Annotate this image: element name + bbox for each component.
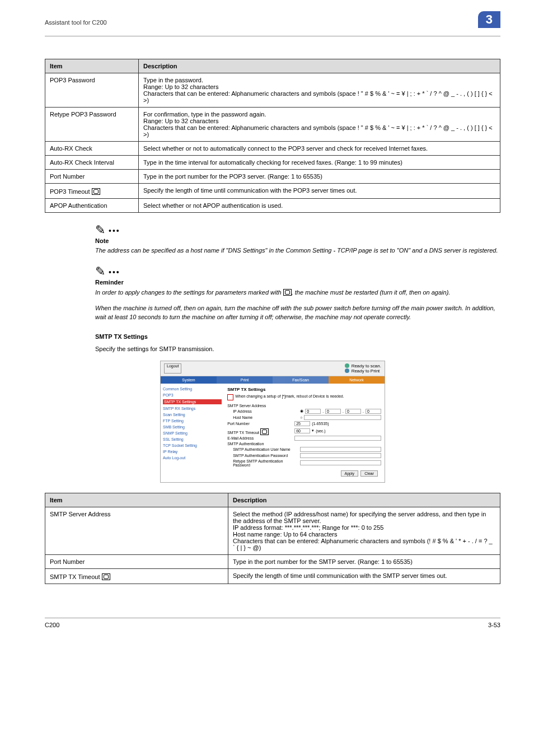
- note-dots: •••: [109, 226, 120, 235]
- table2-header-desc: Description: [228, 493, 500, 507]
- nav-smtp-rx: SMTP RX Settings: [163, 407, 222, 410]
- restart-icon: [102, 573, 110, 580]
- nav-common: Common Setting: [163, 387, 222, 391]
- restart-icon: [260, 428, 269, 435]
- nav-smtp-tx: SMTP TX Settings: [163, 399, 222, 404]
- table-row: Specify the length of time until communi…: [139, 184, 500, 199]
- table-row: For confirmation, type in the password a…: [139, 108, 500, 142]
- embedded-screenshot: Logout Ready to scan. Ready to Print Sys…: [160, 361, 385, 483]
- note-block: ✎ ••• Note The address can be specified …: [95, 224, 500, 255]
- nav-smb: SMB Setting: [163, 425, 222, 429]
- table-row: Port Number: [45, 170, 139, 184]
- warn-icon: [227, 394, 233, 400]
- timeout-field: [294, 428, 310, 433]
- screenshot-tabs: System Print Fax/Scan Network: [161, 376, 385, 384]
- header-title: Assistant tool for C200: [45, 17, 107, 26]
- ss-title: SMTP TX Settings: [227, 387, 381, 392]
- footer-right: 3-53: [488, 622, 500, 628]
- table-row: Auto-RX Check: [45, 142, 139, 156]
- header-chapter-badge: 3: [478, 11, 500, 28]
- row-host: Host Name: [227, 416, 300, 419]
- table-row: Type in the password. Range: Up to 32 ch…: [139, 73, 500, 108]
- table-row: SMTP TX Timeout: [45, 568, 228, 584]
- row-auth-pass: SMTP Authentication Password: [227, 454, 300, 458]
- apply-button: Apply: [341, 470, 359, 477]
- nav-ftp: FTP Setting: [163, 419, 222, 423]
- reminder-body-1: In order to apply changes to the setting…: [95, 288, 500, 297]
- reminder-body-2: When the machine is turned off, then on …: [95, 304, 500, 322]
- row-auth-user: SMTP Authentication User Name: [227, 447, 300, 451]
- nav-pop3: POP3: [163, 393, 222, 397]
- row-timeout: SMTP TX Timeout: [227, 431, 259, 435]
- ip-octet-3: [345, 409, 361, 414]
- row-server: SMTP Server Address: [227, 404, 294, 408]
- tab-fax: Fax/Scan: [273, 376, 329, 384]
- row-auth: SMTP Authentication: [227, 442, 294, 446]
- auth-repass-field: [300, 460, 381, 465]
- table-row: POP3 Password: [45, 73, 139, 108]
- auth-user-field: [300, 447, 381, 452]
- settings-table-1: Item Description POP3 PasswordType in th…: [45, 59, 500, 213]
- nav-tcp: TCP Socket Setting: [163, 444, 222, 447]
- tab-network: Network: [329, 376, 385, 384]
- table-row: APOP Authentication: [45, 199, 139, 213]
- auth-pass-field: [300, 453, 381, 458]
- ss-warning: When changing a setup of [*]mark, reboot…: [235, 394, 344, 400]
- footer-left: C200: [45, 622, 59, 628]
- nav-scan: Scan Setting: [163, 413, 222, 417]
- table2-header-item: Item: [45, 493, 228, 507]
- tab-print: Print: [217, 376, 273, 384]
- tab-system: System: [161, 376, 217, 384]
- nav-snmp: SNMP Setting: [163, 431, 222, 435]
- restart-icon: [283, 289, 292, 296]
- ip-octet-1: [305, 409, 321, 414]
- table-row: Select whether or not APOP authenticatio…: [139, 199, 500, 213]
- smtp-tx-paragraph: Specify the settings for SMTP transmissi…: [95, 346, 500, 352]
- note-icon: ✎: [95, 224, 105, 236]
- ip-octet-4: [366, 409, 381, 414]
- table-row: Type in the port number for the SMTP ser…: [228, 554, 500, 568]
- clear-button: Clear: [360, 470, 378, 477]
- table1-header-desc: Description: [139, 59, 500, 73]
- nav-relay: IP Relay: [163, 450, 222, 454]
- reminder-heading: Reminder: [95, 279, 500, 286]
- logout-button: Logout: [164, 363, 181, 374]
- table-row: Port Number: [45, 554, 228, 568]
- table1-header-item: Item: [45, 59, 139, 73]
- table-row: Auto-RX Check Interval: [45, 156, 139, 170]
- host-field: [304, 415, 381, 420]
- restart-icon: [92, 188, 100, 195]
- reminder-icon: ✎: [95, 265, 105, 278]
- table-row: Type in the time interval for automatica…: [139, 156, 500, 170]
- table-row: SMTP Server Address: [45, 507, 228, 554]
- row-auth-repass: Retype SMTP Authentication Password: [227, 459, 300, 467]
- note-heading: Note: [95, 237, 500, 244]
- table-row: Type in the port number for the POP3 ser…: [139, 170, 500, 184]
- table-row: POP3 Timeout: [45, 184, 139, 199]
- nav-ssl: SSL Setting: [163, 437, 222, 441]
- ip-octet-2: [325, 409, 341, 414]
- note-body: The address can be specified as a host n…: [95, 246, 500, 255]
- screenshot-sidebar: Common Setting POP3 SMTP TX Settings SMT…: [161, 384, 224, 482]
- smtp-tx-heading: SMTP TX Settings: [95, 333, 500, 340]
- row-email: E-Mail Address: [227, 436, 294, 440]
- table-row: Select whether or not to automatically c…: [139, 142, 500, 156]
- page-footer: C200 3-53: [45, 618, 500, 628]
- email-field: [294, 436, 381, 441]
- page-header: Assistant tool for C200 3: [45, 17, 500, 36]
- reminder-block: ✎ ••• Reminder In order to apply changes…: [95, 265, 500, 322]
- reminder-dots: •••: [109, 268, 120, 277]
- port-field: [294, 421, 310, 426]
- table-row: Specify the length of time until communi…: [228, 568, 500, 584]
- table-row: Retype POP3 Password: [45, 108, 139, 142]
- row-port: Port Number: [227, 422, 294, 426]
- screenshot-main: SMTP TX Settings When changing a setup o…: [224, 384, 385, 482]
- row-ip: IP Address: [227, 409, 300, 413]
- status-ready: Ready to scan. Ready to Print: [345, 363, 381, 374]
- settings-table-2: Item Description SMTP Server AddressSele…: [45, 493, 500, 584]
- table-row: Select the method (IP address/host name)…: [228, 507, 500, 554]
- nav-auto: Auto Log-out: [163, 456, 222, 460]
